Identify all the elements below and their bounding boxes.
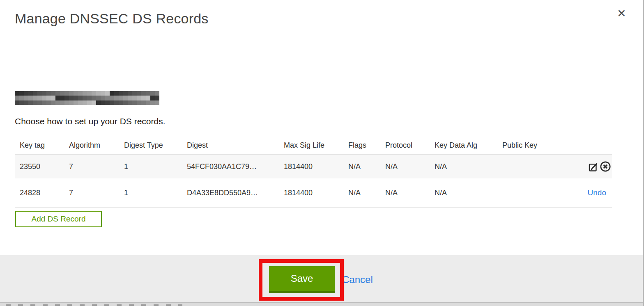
cell-digest: 54FCF030AA1C79… [182,162,279,171]
cell-key-tag: 24828 [15,189,64,197]
cell-algorithm: 7 [64,189,119,197]
row-actions [575,161,612,172]
page-title: Manage DNSSEC DS Records [15,11,209,27]
cell-flags: N/A [343,162,380,171]
add-ds-record-button[interactable]: Add DS Record [15,211,102,227]
cell-protocol: N/A [380,189,430,197]
col-header-max-sig-life: Max Sig Life [279,141,343,150]
cell-key-data-alg: N/A [430,189,497,197]
undo-link[interactable]: Undo [588,188,611,197]
cell-digest-type: 1 [119,189,182,197]
col-header-digest: Digest [182,141,279,150]
cancel-link[interactable]: Cancel [342,274,373,285]
ds-records-table: Key tag Algorithm Digest Type Digest Max… [15,136,612,208]
col-header-digest-type: Digest Type [119,141,182,150]
cell-digest: D4A33E8DD550A9… [182,189,279,197]
cell-protocol: N/A [380,162,430,171]
cell-key-tag: 23550 [15,162,64,171]
redacted-domain [15,91,159,105]
cell-flags: N/A [343,189,380,197]
dnssec-modal: Manage DNSSEC DS Records ✕ Choose how to… [0,0,644,306]
close-icon[interactable]: ✕ [617,8,626,19]
table-row: 23550 7 1 54FCF030AA1C79… 1814400 N/A N/… [15,154,612,178]
save-button[interactable]: Save [269,266,335,293]
delete-icon[interactable] [600,161,611,172]
cell-max-sig-life: 1814400 [279,189,343,197]
row-actions: Undo [575,188,612,197]
col-header-protocol: Protocol [380,141,430,150]
cell-algorithm: 7 [64,162,119,171]
edit-icon[interactable] [588,161,599,172]
col-header-key-tag: Key tag [15,141,64,150]
instruction-text: Choose how to set up your DS records. [15,116,166,126]
cell-max-sig-life: 1814400 [279,162,343,171]
obscured-page-text [6,304,182,306]
col-header-flags: Flags [343,141,380,150]
cell-digest-type: 1 [119,162,182,171]
table-row-deleted: 24828 7 1 D4A33E8DD550A9… 1814400 N/A N/… [15,178,612,208]
col-header-algorithm: Algorithm [64,141,119,150]
col-header-public-key: Public Key [497,141,575,150]
table-header-row: Key tag Algorithm Digest Type Digest Max… [15,136,612,154]
col-header-key-data-alg: Key Data Alg [430,141,497,150]
cell-key-data-alg: N/A [430,162,497,171]
